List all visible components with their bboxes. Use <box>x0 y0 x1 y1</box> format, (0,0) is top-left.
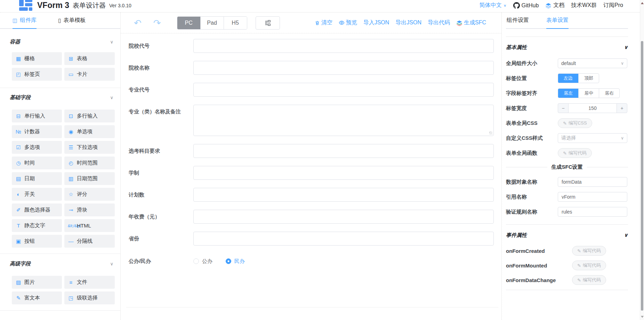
widget-item-divider[interactable]: —分隔线 <box>64 235 115 248</box>
province-input[interactable] <box>193 232 494 246</box>
widget-item-button[interactable]: ▣按钮 <box>12 235 62 248</box>
label-position-left[interactable]: 左边 <box>558 74 578 83</box>
toolbar-actions: 清空 预览 导入JSON 导出JSON 导出代码 生成SFC <box>315 19 486 26</box>
widget-item-input[interactable]: ⊟单行输入 <box>12 110 62 122</box>
label-align-center[interactable]: 居中 <box>578 89 599 98</box>
subject-requirements-input[interactable] <box>193 144 494 158</box>
widget-item-textarea[interactable]: ⊡多行输入 <box>64 110 115 122</box>
row-ref-name: 引用名称 <box>506 192 628 202</box>
widget-item-time[interactable]: ◷时间 <box>12 157 62 169</box>
widget-item-radio[interactable]: ◉单选项 <box>64 125 115 138</box>
major-name-notes-textarea[interactable] <box>193 105 494 136</box>
edit-code-button[interactable]: ✎ 编写代码 <box>558 148 592 158</box>
form-canvas[interactable]: 院校代号 院校名称 专业代号 专业（类）名称及备注 选考科目要求 <box>121 33 501 320</box>
device-h5-button[interactable]: H5 <box>224 17 247 29</box>
single-input-icon: ⊟ <box>15 113 22 119</box>
widget-item-rich-editor[interactable]: ✎富文本 <box>12 291 62 304</box>
widget-item-rate[interactable]: ☆评分 <box>64 188 115 201</box>
checkbox-icon: ☑ <box>15 144 22 151</box>
time-icon: ◷ <box>15 160 22 166</box>
field-plan-count: 计划数 <box>129 188 494 202</box>
widget-item-tab[interactable]: ◰标签页 <box>12 68 62 81</box>
radio-option-public[interactable]: 公办 <box>193 258 212 265</box>
data-object-name-input[interactable] <box>558 177 627 187</box>
node-tree-icon <box>264 19 271 26</box>
widget-item-static-text[interactable]: T静态文字 <box>12 219 62 232</box>
generate-sfc-button[interactable]: 生成SFC <box>456 19 486 26</box>
edit-onFormCreated-button[interactable]: ✎ 编写代码 <box>572 246 606 256</box>
widget-item-date-range[interactable]: ▥日期范围 <box>64 172 115 185</box>
collapse-chevron-icon[interactable]: ∨ <box>624 44 628 50</box>
tab-form-template[interactable]: ▯ 表单模板 <box>58 13 86 28</box>
tabs-icon: ◰ <box>15 71 22 78</box>
college-name-input[interactable] <box>193 61 494 75</box>
collapse-chevron-icon[interactable]: ∨ <box>624 232 628 238</box>
device-pc-button[interactable]: PC <box>177 17 200 29</box>
study-years-input[interactable] <box>193 166 494 180</box>
tab-widget-settings[interactable]: 组件设置 <box>507 13 529 28</box>
subscribe-pro-link[interactable]: 订阅Pro <box>603 2 623 9</box>
collapse-chevron-icon[interactable]: ∨ <box>110 261 113 266</box>
collapse-chevron-icon[interactable]: ∨ <box>110 95 113 100</box>
scrollbar-thumb[interactable] <box>641 41 643 311</box>
label-width-value[interactable]: 150 <box>568 104 617 113</box>
wechat-group-link[interactable]: 技术WX群 <box>571 2 597 9</box>
widget-item-table[interactable]: ⊞表格 <box>64 52 115 65</box>
radio-option-private[interactable]: 民办 <box>226 258 245 265</box>
widget-item-number[interactable]: №计数器 <box>12 125 62 138</box>
window-scrollbar[interactable] <box>640 0 644 320</box>
widget-item-checkbox[interactable]: ☑多选项 <box>12 141 62 154</box>
node-tree-button[interactable] <box>256 16 280 30</box>
button-icon: ▣ <box>15 238 22 245</box>
redo-icon[interactable]: ↷ <box>153 18 161 27</box>
export-json-button[interactable]: 导出JSON <box>395 19 421 26</box>
scroll-up-icon[interactable] <box>641 2 644 4</box>
increase-button[interactable]: + <box>617 104 627 113</box>
widget-item-card[interactable]: ▭卡片 <box>64 68 115 81</box>
major-code-input[interactable] <box>193 83 494 97</box>
edit-css-button[interactable]: ✎ 编写CSS <box>558 118 592 128</box>
widget-item-color[interactable]: ✐颜色选择器 <box>12 203 62 216</box>
collapse-chevron-icon[interactable]: ∨ <box>110 39 113 45</box>
tab-form-settings[interactable]: 表单设置 <box>546 13 569 29</box>
undo-icon[interactable]: ↶ <box>134 18 142 27</box>
scroll-down-icon[interactable] <box>641 316 644 318</box>
widget-item-file-upload[interactable]: ≡文件 <box>64 276 115 289</box>
language-selector[interactable]: 简体中文 ∨ <box>480 2 507 9</box>
widget-item-cascader[interactable]: ◳级联选择 <box>64 291 115 304</box>
preview-button[interactable]: 预览 <box>339 19 357 26</box>
widget-item-slider[interactable]: ⊸滑块 <box>64 203 115 216</box>
decrease-button[interactable]: − <box>558 104 568 113</box>
ref-name-input[interactable] <box>558 192 627 202</box>
device-pad-button[interactable]: Pad <box>200 17 224 29</box>
widget-item-html[interactable]: &lt;/&gt;HTML <box>64 219 115 232</box>
custom-css-select[interactable]: 请选择 ∨ <box>558 133 627 143</box>
label-position-top[interactable]: 顶部 <box>578 74 599 83</box>
label-align-left[interactable]: 居左 <box>558 89 578 98</box>
widget-item-grid[interactable]: ▦栅格 <box>12 52 62 65</box>
export-code-button[interactable]: 导出代码 <box>428 19 450 26</box>
section-title: 基础字段 <box>10 94 31 101</box>
label-align-right[interactable]: 居右 <box>599 89 619 98</box>
college-code-input[interactable] <box>193 39 494 53</box>
clear-button[interactable]: 清空 <box>315 19 332 26</box>
tab-widget-lib[interactable]: ◫ 组件库 <box>13 13 37 29</box>
rules-name-input[interactable] <box>558 207 627 217</box>
edit-onFormDataChange-button[interactable]: ✎ 编写代码 <box>572 275 606 285</box>
plan-count-input[interactable] <box>193 188 494 202</box>
edit-onFormMounted-button[interactable]: ✎ 编写代码 <box>572 261 606 270</box>
form-widget-container[interactable]: 院校代号 院校名称 专业代号 专业（类）名称及备注 选考科目要求 <box>126 36 498 307</box>
import-json-button[interactable]: 导入JSON <box>363 19 389 26</box>
annual-fee-input[interactable] <box>193 210 494 224</box>
github-link[interactable]: GitHub <box>513 2 539 9</box>
docs-link[interactable]: 文档 <box>545 2 564 9</box>
widget-item-picture-upload[interactable]: ▨图片 <box>12 276 62 289</box>
html-icon: &lt;/&gt; <box>68 224 74 228</box>
global-size-select[interactable]: default ∨ <box>558 58 627 68</box>
widget-item-time-range[interactable]: ◴时间范围 <box>64 157 115 169</box>
eye-icon <box>339 20 345 26</box>
widget-item-date[interactable]: ▤日期 <box>12 172 62 185</box>
widget-item-switch[interactable]: ◐开关 <box>12 188 62 201</box>
settings-panel: 组件设置 表单设置 基本属性 ∨ 全局组件大小 default ∨ 标签位置 左… <box>501 13 640 320</box>
widget-item-select[interactable]: ☰下拉选项 <box>64 141 115 154</box>
